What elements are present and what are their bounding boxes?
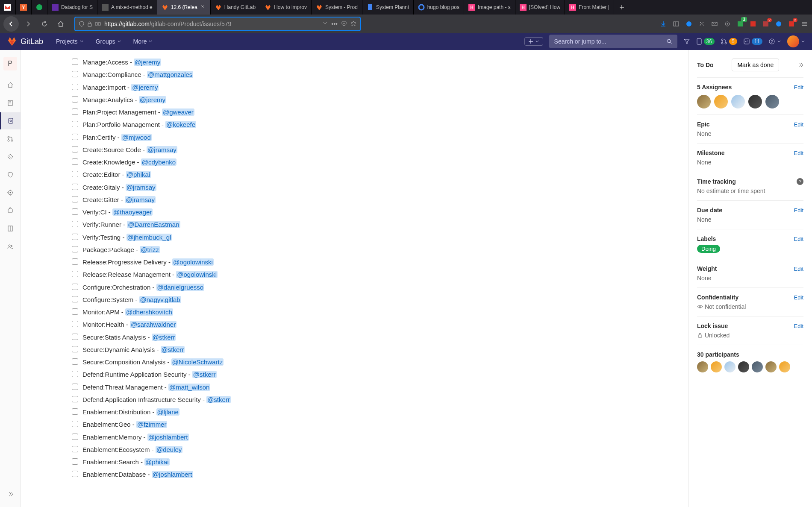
user-mention[interactable]: @thaoyeager <box>112 208 153 216</box>
shield-icon[interactable] <box>79 21 85 27</box>
participant-avatar[interactable] <box>765 361 777 372</box>
user-mention[interactable]: @danielgruesso <box>156 284 205 291</box>
participant-avatar[interactable] <box>724 361 736 372</box>
label-doing[interactable]: Doing <box>697 245 720 253</box>
assignee-avatar[interactable] <box>765 95 779 108</box>
nav-forward-button[interactable] <box>21 17 35 31</box>
task-checkbox[interactable] <box>72 134 78 140</box>
task-checkbox[interactable] <box>72 234 78 240</box>
task-checkbox[interactable] <box>72 434 78 440</box>
sidebar-ci-icon[interactable] <box>2 148 19 165</box>
ext-icon-7[interactable]: 2 <box>762 20 770 28</box>
task-checkbox[interactable] <box>72 308 78 315</box>
task-checkbox[interactable] <box>72 446 78 452</box>
task-checkbox[interactable] <box>72 421 78 427</box>
sidebar-collapse-icon[interactable] <box>2 486 19 503</box>
dropdown-icon[interactable] <box>323 21 328 27</box>
sidebar-issues-icon[interactable] <box>0 112 21 129</box>
user-mention[interactable]: @jeremy <box>134 59 161 66</box>
participant-avatar[interactable] <box>697 361 708 372</box>
new-tab-button[interactable] <box>614 0 630 15</box>
user-mention[interactable]: @DarrenEastman <box>127 221 180 228</box>
user-mention[interactable]: @mjwood <box>121 134 152 141</box>
browser-tab[interactable]: HImage path - s <box>464 0 515 15</box>
browser-tab[interactable]: hugo blog pos <box>414 0 464 15</box>
sidebar-security-icon[interactable] <box>2 166 19 183</box>
task-checkbox[interactable] <box>72 321 78 327</box>
ext-icon-6[interactable] <box>749 20 757 28</box>
user-mention[interactable]: @gweaver <box>162 108 194 116</box>
pocket-icon[interactable] <box>341 21 347 27</box>
task-checkbox[interactable] <box>72 334 78 340</box>
task-checkbox[interactable] <box>72 246 78 252</box>
bookmark-icon[interactable] <box>350 21 356 27</box>
user-mention[interactable]: @stkerr <box>206 396 231 403</box>
task-checkbox[interactable] <box>72 396 78 402</box>
task-checkbox[interactable] <box>72 146 78 152</box>
downloads-icon[interactable] <box>659 20 668 28</box>
lock-icon[interactable] <box>87 21 92 27</box>
user-mention[interactable]: @dhershkovitch <box>125 308 173 316</box>
task-checkbox[interactable] <box>72 121 78 127</box>
user-mention[interactable]: @sarahwaldner <box>130 321 177 328</box>
user-mention[interactable]: @matt_wilson <box>168 384 210 391</box>
assignee-avatar[interactable] <box>748 95 762 108</box>
browser-tab[interactable]: HFront Matter | <box>565 0 614 15</box>
assignee-avatar[interactable] <box>697 95 711 108</box>
task-checkbox[interactable] <box>72 284 78 290</box>
sidebar-collapse-button[interactable] <box>797 62 803 68</box>
sidebar-repository-icon[interactable] <box>2 94 19 111</box>
hamburger-icon[interactable] <box>800 20 809 28</box>
task-checkbox[interactable] <box>72 346 78 352</box>
user-mention[interactable]: @phikai <box>144 458 169 466</box>
sidebar-wiki-icon[interactable] <box>2 220 19 237</box>
task-checkbox[interactable] <box>72 296 78 302</box>
milestone-edit[interactable]: Edit <box>794 150 803 156</box>
header-plus-button[interactable] <box>524 37 543 46</box>
header-search[interactable] <box>549 35 677 48</box>
participant-avatar[interactable] <box>779 361 790 372</box>
user-mention[interactable]: @jramsay <box>125 196 156 203</box>
user-mention[interactable]: @phikai <box>126 171 151 178</box>
task-checkbox[interactable] <box>72 196 78 202</box>
nav-reload-button[interactable] <box>38 17 51 31</box>
sidebar-packages-icon[interactable] <box>2 202 19 219</box>
task-checkbox[interactable] <box>72 458 78 465</box>
user-mention[interactable]: @ogolowinski <box>172 258 214 266</box>
ext-icon-5[interactable]: 3 <box>736 20 744 28</box>
tab-close-icon[interactable] <box>200 4 206 10</box>
user-mention[interactable]: @jeremy <box>139 96 166 103</box>
sidebar-operations-icon[interactable] <box>2 184 19 201</box>
assignee-avatar[interactable] <box>714 95 728 108</box>
sidebar-merge-requests-icon[interactable] <box>2 130 19 147</box>
ext-icon-2[interactable] <box>697 20 706 28</box>
task-checkbox[interactable] <box>72 96 78 103</box>
weight-edit[interactable]: Edit <box>794 266 803 272</box>
user-mention[interactable]: @ogolowinski <box>176 271 218 278</box>
search-input[interactable] <box>554 38 663 45</box>
sidebar-project-avatar[interactable]: P <box>3 57 17 70</box>
user-mention[interactable]: @stkerr <box>161 346 185 353</box>
sidebar-members-icon[interactable] <box>2 238 19 255</box>
task-checkbox[interactable] <box>72 471 78 477</box>
confidentiality-edit[interactable]: Edit <box>794 294 803 301</box>
task-checkbox[interactable] <box>72 371 78 377</box>
task-checkbox[interactable] <box>72 184 78 190</box>
user-mention[interactable]: @stkerr <box>152 334 176 341</box>
user-mention[interactable]: @jheimbuck_gl <box>127 234 172 241</box>
ext-icon-4[interactable] <box>723 20 732 28</box>
user-mention[interactable]: @cdybenko <box>141 158 177 166</box>
browser-tab[interactable]: How to improv <box>260 0 312 15</box>
epic-edit[interactable]: Edit <box>794 121 803 128</box>
user-mention[interactable]: @NicoleSchwartz <box>171 358 224 366</box>
header-help-icon[interactable]: ? <box>768 38 781 45</box>
browser-tab[interactable]: Y <box>16 0 32 15</box>
header-mr-counter[interactable]: 5 <box>721 38 737 45</box>
header-filter-icon[interactable] <box>683 38 690 45</box>
browser-tab[interactable]: A mixed-method e <box>97 0 157 15</box>
browser-tab[interactable]: 12.6 (Relea <box>157 0 211 15</box>
nav-groups[interactable]: Groups <box>91 33 126 50</box>
user-mention[interactable]: @nagyv.gitlab <box>139 296 181 303</box>
user-mention[interactable]: @jramsay <box>126 184 156 191</box>
task-checkbox[interactable] <box>72 71 78 77</box>
